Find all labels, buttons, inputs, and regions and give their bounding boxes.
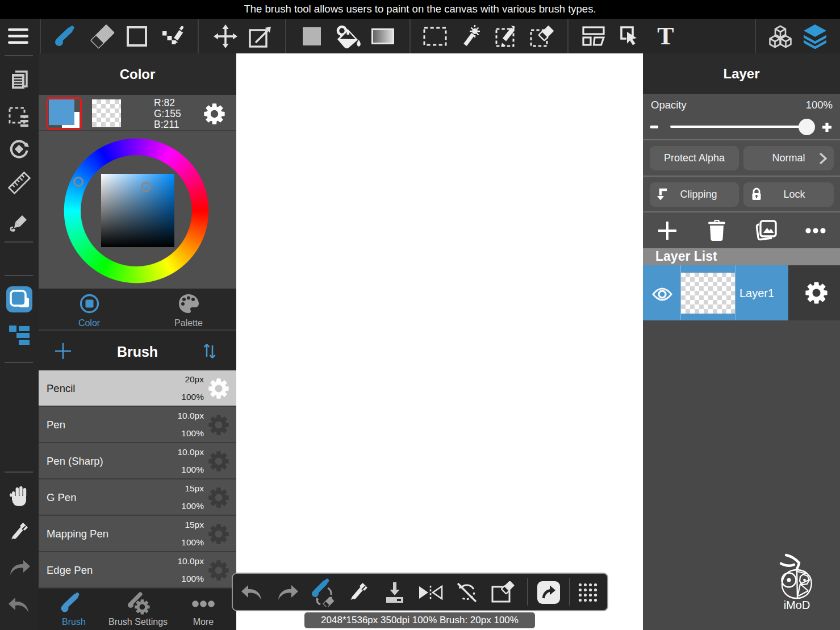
svg-text:iMoD: iMoD: [784, 599, 810, 611]
